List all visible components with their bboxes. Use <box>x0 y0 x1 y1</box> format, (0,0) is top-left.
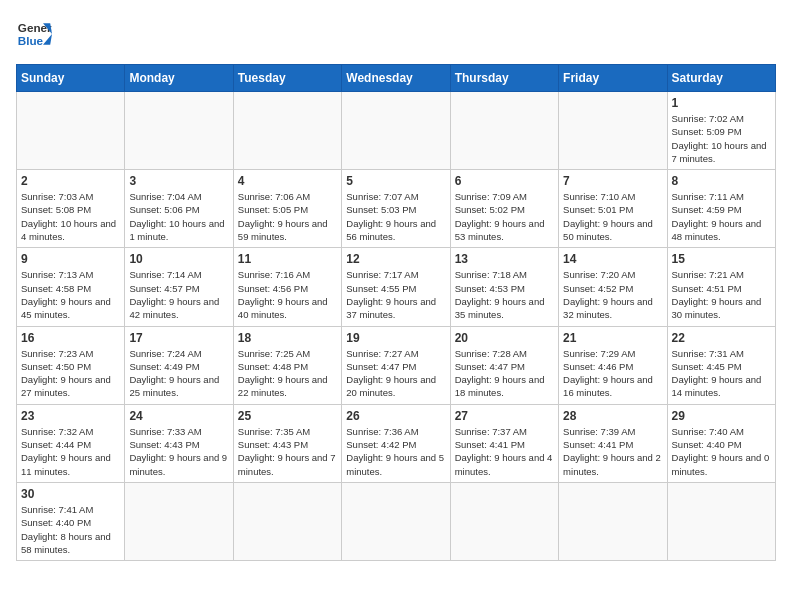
day-number: 25 <box>238 409 337 423</box>
calendar-cell: 15Sunrise: 7:21 AM Sunset: 4:51 PM Dayli… <box>667 248 775 326</box>
day-number: 11 <box>238 252 337 266</box>
svg-text:Blue: Blue <box>18 34 44 47</box>
calendar-cell <box>450 482 558 560</box>
calendar-week-row: 30Sunrise: 7:41 AM Sunset: 4:40 PM Dayli… <box>17 482 776 560</box>
calendar-cell: 21Sunrise: 7:29 AM Sunset: 4:46 PM Dayli… <box>559 326 667 404</box>
calendar-cell: 5Sunrise: 7:07 AM Sunset: 5:03 PM Daylig… <box>342 170 450 248</box>
day-info: Sunrise: 7:21 AM Sunset: 4:51 PM Dayligh… <box>672 268 771 321</box>
calendar-week-row: 1Sunrise: 7:02 AM Sunset: 5:09 PM Daylig… <box>17 92 776 170</box>
calendar-cell: 22Sunrise: 7:31 AM Sunset: 4:45 PM Dayli… <box>667 326 775 404</box>
day-info: Sunrise: 7:03 AM Sunset: 5:08 PM Dayligh… <box>21 190 120 243</box>
calendar-header-row: SundayMondayTuesdayWednesdayThursdayFrid… <box>17 65 776 92</box>
day-info: Sunrise: 7:14 AM Sunset: 4:57 PM Dayligh… <box>129 268 228 321</box>
calendar-cell <box>559 92 667 170</box>
logo: General Blue <box>16 16 56 52</box>
calendar-cell: 2Sunrise: 7:03 AM Sunset: 5:08 PM Daylig… <box>17 170 125 248</box>
day-number: 28 <box>563 409 662 423</box>
calendar-cell: 4Sunrise: 7:06 AM Sunset: 5:05 PM Daylig… <box>233 170 341 248</box>
day-info: Sunrise: 7:18 AM Sunset: 4:53 PM Dayligh… <box>455 268 554 321</box>
calendar-header-tuesday: Tuesday <box>233 65 341 92</box>
calendar-week-row: 9Sunrise: 7:13 AM Sunset: 4:58 PM Daylig… <box>17 248 776 326</box>
day-info: Sunrise: 7:10 AM Sunset: 5:01 PM Dayligh… <box>563 190 662 243</box>
calendar-cell: 9Sunrise: 7:13 AM Sunset: 4:58 PM Daylig… <box>17 248 125 326</box>
day-number: 26 <box>346 409 445 423</box>
calendar-cell: 10Sunrise: 7:14 AM Sunset: 4:57 PM Dayli… <box>125 248 233 326</box>
calendar-cell: 26Sunrise: 7:36 AM Sunset: 4:42 PM Dayli… <box>342 404 450 482</box>
day-number: 16 <box>21 331 120 345</box>
calendar-cell <box>233 482 341 560</box>
day-info: Sunrise: 7:40 AM Sunset: 4:40 PM Dayligh… <box>672 425 771 478</box>
calendar-cell: 14Sunrise: 7:20 AM Sunset: 4:52 PM Dayli… <box>559 248 667 326</box>
calendar-cell: 11Sunrise: 7:16 AM Sunset: 4:56 PM Dayli… <box>233 248 341 326</box>
day-info: Sunrise: 7:17 AM Sunset: 4:55 PM Dayligh… <box>346 268 445 321</box>
calendar-cell: 18Sunrise: 7:25 AM Sunset: 4:48 PM Dayli… <box>233 326 341 404</box>
calendar-cell <box>342 92 450 170</box>
day-number: 18 <box>238 331 337 345</box>
calendar-header-friday: Friday <box>559 65 667 92</box>
calendar-cell: 7Sunrise: 7:10 AM Sunset: 5:01 PM Daylig… <box>559 170 667 248</box>
calendar-header-sunday: Sunday <box>17 65 125 92</box>
day-number: 14 <box>563 252 662 266</box>
day-info: Sunrise: 7:39 AM Sunset: 4:41 PM Dayligh… <box>563 425 662 478</box>
day-info: Sunrise: 7:09 AM Sunset: 5:02 PM Dayligh… <box>455 190 554 243</box>
day-info: Sunrise: 7:11 AM Sunset: 4:59 PM Dayligh… <box>672 190 771 243</box>
logo-icon: General Blue <box>16 16 52 52</box>
calendar-cell: 1Sunrise: 7:02 AM Sunset: 5:09 PM Daylig… <box>667 92 775 170</box>
page-header: General Blue <box>16 16 776 52</box>
day-number: 30 <box>21 487 120 501</box>
calendar-cell: 27Sunrise: 7:37 AM Sunset: 4:41 PM Dayli… <box>450 404 558 482</box>
day-info: Sunrise: 7:31 AM Sunset: 4:45 PM Dayligh… <box>672 347 771 400</box>
calendar-cell <box>342 482 450 560</box>
day-number: 1 <box>672 96 771 110</box>
calendar-header-thursday: Thursday <box>450 65 558 92</box>
day-info: Sunrise: 7:23 AM Sunset: 4:50 PM Dayligh… <box>21 347 120 400</box>
day-info: Sunrise: 7:24 AM Sunset: 4:49 PM Dayligh… <box>129 347 228 400</box>
day-number: 27 <box>455 409 554 423</box>
calendar-cell <box>450 92 558 170</box>
calendar-cell: 20Sunrise: 7:28 AM Sunset: 4:47 PM Dayli… <box>450 326 558 404</box>
day-info: Sunrise: 7:32 AM Sunset: 4:44 PM Dayligh… <box>21 425 120 478</box>
calendar-cell <box>667 482 775 560</box>
calendar-cell <box>17 92 125 170</box>
calendar-week-row: 23Sunrise: 7:32 AM Sunset: 4:44 PM Dayli… <box>17 404 776 482</box>
day-info: Sunrise: 7:13 AM Sunset: 4:58 PM Dayligh… <box>21 268 120 321</box>
calendar-cell: 29Sunrise: 7:40 AM Sunset: 4:40 PM Dayli… <box>667 404 775 482</box>
day-number: 12 <box>346 252 445 266</box>
calendar-cell: 6Sunrise: 7:09 AM Sunset: 5:02 PM Daylig… <box>450 170 558 248</box>
day-number: 3 <box>129 174 228 188</box>
day-number: 21 <box>563 331 662 345</box>
day-number: 4 <box>238 174 337 188</box>
calendar-cell: 8Sunrise: 7:11 AM Sunset: 4:59 PM Daylig… <box>667 170 775 248</box>
calendar-cell <box>125 92 233 170</box>
day-number: 15 <box>672 252 771 266</box>
calendar-header-saturday: Saturday <box>667 65 775 92</box>
day-info: Sunrise: 7:33 AM Sunset: 4:43 PM Dayligh… <box>129 425 228 478</box>
day-info: Sunrise: 7:27 AM Sunset: 4:47 PM Dayligh… <box>346 347 445 400</box>
calendar-cell <box>559 482 667 560</box>
calendar-cell: 12Sunrise: 7:17 AM Sunset: 4:55 PM Dayli… <box>342 248 450 326</box>
calendar-table: SundayMondayTuesdayWednesdayThursdayFrid… <box>16 64 776 561</box>
calendar-cell: 25Sunrise: 7:35 AM Sunset: 4:43 PM Dayli… <box>233 404 341 482</box>
day-info: Sunrise: 7:29 AM Sunset: 4:46 PM Dayligh… <box>563 347 662 400</box>
day-info: Sunrise: 7:06 AM Sunset: 5:05 PM Dayligh… <box>238 190 337 243</box>
calendar-header-monday: Monday <box>125 65 233 92</box>
day-number: 13 <box>455 252 554 266</box>
day-number: 22 <box>672 331 771 345</box>
calendar-week-row: 2Sunrise: 7:03 AM Sunset: 5:08 PM Daylig… <box>17 170 776 248</box>
calendar-cell <box>233 92 341 170</box>
day-number: 10 <box>129 252 228 266</box>
day-number: 20 <box>455 331 554 345</box>
day-number: 2 <box>21 174 120 188</box>
calendar-cell: 16Sunrise: 7:23 AM Sunset: 4:50 PM Dayli… <box>17 326 125 404</box>
calendar-cell: 28Sunrise: 7:39 AM Sunset: 4:41 PM Dayli… <box>559 404 667 482</box>
day-info: Sunrise: 7:07 AM Sunset: 5:03 PM Dayligh… <box>346 190 445 243</box>
day-info: Sunrise: 7:35 AM Sunset: 4:43 PM Dayligh… <box>238 425 337 478</box>
day-info: Sunrise: 7:16 AM Sunset: 4:56 PM Dayligh… <box>238 268 337 321</box>
day-info: Sunrise: 7:02 AM Sunset: 5:09 PM Dayligh… <box>672 112 771 165</box>
day-number: 19 <box>346 331 445 345</box>
day-number: 9 <box>21 252 120 266</box>
day-info: Sunrise: 7:20 AM Sunset: 4:52 PM Dayligh… <box>563 268 662 321</box>
calendar-cell: 23Sunrise: 7:32 AM Sunset: 4:44 PM Dayli… <box>17 404 125 482</box>
day-number: 8 <box>672 174 771 188</box>
calendar-cell: 13Sunrise: 7:18 AM Sunset: 4:53 PM Dayli… <box>450 248 558 326</box>
